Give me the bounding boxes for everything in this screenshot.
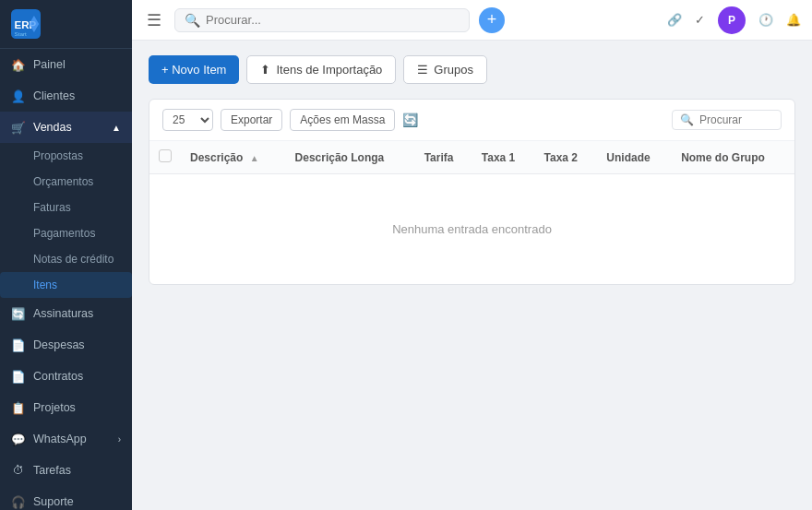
sidebar-subitem-notas-credito[interactable]: Notas de crédito [0, 246, 132, 272]
refresh-button[interactable]: 🔄 [402, 113, 418, 127]
clock-icon: ⏱ [11, 463, 26, 478]
sidebar-item-whatsapp[interactable]: 💬 WhatsApp › [0, 423, 132, 455]
empty-message: Nenhuma entrada encontrado [159, 185, 785, 273]
sidebar-label-painel: Painel [33, 58, 66, 71]
col-tarifa[interactable]: Tarifa [415, 141, 472, 174]
table-search-icon: 🔍 [680, 113, 694, 126]
col-descricao[interactable]: Descrição ▲ [181, 141, 286, 174]
sidebar-label-faturas: Faturas [33, 201, 71, 214]
col-unidade[interactable]: Unidade [597, 141, 672, 174]
col-tarifa-label: Tarifa [424, 151, 454, 164]
refresh-icon: 🔄 [11, 306, 26, 321]
sidebar-item-despesas[interactable]: 📄 Despesas [0, 329, 132, 361]
col-descricao-longa-label: Descrição Longa [295, 151, 385, 164]
table-search-box: 🔍 [672, 110, 782, 130]
hamburger-button[interactable]: ☰ [143, 6, 165, 34]
groups-icon: ☰ [417, 63, 428, 77]
projects-icon: 📋 [11, 400, 26, 415]
logo-icon: ERP Start [11, 9, 41, 39]
sidebar-item-clientes[interactable]: 👤 Clientes [0, 80, 132, 112]
sidebar-label-assinaturas: Assinaturas [33, 307, 93, 320]
whatsapp-icon: 💬 [11, 432, 26, 446]
chevron-down-icon: ▲ [112, 123, 121, 133]
topbar-right: 🔗 ✓ P 🕐 🔔 [667, 6, 801, 34]
sidebar-subitem-orcamentos[interactable]: Orçamentos [0, 169, 132, 195]
col-descricao-label: Descrição [190, 151, 243, 164]
search-input[interactable] [206, 13, 460, 27]
add-button[interactable]: + [479, 7, 505, 33]
sidebar-subitem-propostas[interactable]: Propostas [0, 143, 132, 169]
chevron-right-icon: › [118, 434, 121, 445]
topbar: ☰ 🔍 + 🔗 ✓ P 🕐 🔔 [132, 0, 812, 41]
sidebar-item-tarefas[interactable]: ⏱ Tarefas [0, 455, 132, 486]
home-icon: 🏠 [11, 57, 26, 72]
sidebar-item-projetos[interactable]: 📋 Projetos [0, 392, 132, 423]
sidebar-label-pagamentos: Pagamentos [33, 227, 95, 240]
check-icon[interactable]: ✓ [695, 13, 705, 27]
grupos-label: Grupos [434, 63, 473, 77]
sidebar-label-despesas: Despesas [33, 338, 85, 351]
sidebar-label-propostas: Propostas [33, 149, 83, 162]
sidebar-label-tarefas: Tarefas [33, 464, 71, 477]
col-unidade-label: Unidade [606, 151, 650, 164]
sidebar-subitem-pagamentos[interactable]: Pagamentos [0, 220, 132, 246]
clock-topbar-icon[interactable]: 🕐 [758, 13, 773, 27]
items-table: Descrição ▲ Descrição Longa Tarifa Taxa … [149, 141, 794, 284]
itens-importacao-label: Itens de Importação [276, 63, 382, 77]
headset-icon: 🎧 [11, 494, 26, 509]
col-taxa1[interactable]: Taxa 1 [472, 141, 535, 174]
sidebar-subitem-itens[interactable]: Itens [0, 272, 132, 298]
sidebar: ERP Start 🏠 Painel 👤 Clientes 🛒 Vendas ▲… [0, 0, 132, 510]
novo-item-button[interactable]: + Novo Item [149, 55, 239, 84]
sidebar-label-whatsapp: WhatsApp [33, 433, 87, 445]
col-descricao-longa[interactable]: Descrição Longa [286, 141, 415, 174]
sidebar-label-notas-credito: Notas de crédito [33, 253, 113, 266]
bulk-actions-button[interactable]: Ações em Massa [290, 109, 395, 131]
main-area: ☰ 🔍 + 🔗 ✓ P 🕐 🔔 + Novo Item ⬆ Itens de I… [132, 0, 812, 510]
sidebar-item-vendas[interactable]: 🛒 Vendas ▲ [0, 112, 132, 143]
table-toolbar: 25 10 50 100 Exportar Ações em Massa 🔄 🔍 [149, 100, 794, 141]
table-container: 25 10 50 100 Exportar Ações em Massa 🔄 🔍 [149, 99, 795, 285]
sort-descricao-icon: ▲ [250, 153, 259, 163]
grupos-button[interactable]: ☰ Grupos [403, 55, 487, 84]
logo-area: ERP Start [0, 0, 132, 49]
sidebar-label-suporte: Suporte [33, 495, 74, 508]
svg-text:Start: Start [15, 30, 27, 37]
col-taxa2[interactable]: Taxa 2 [535, 141, 598, 174]
sidebar-label-contratos: Contratos [33, 370, 83, 383]
sidebar-subitem-faturas[interactable]: Faturas [0, 195, 132, 220]
contract-icon: 📄 [11, 369, 26, 384]
export-button[interactable]: Exportar [221, 109, 282, 131]
per-page-select[interactable]: 25 10 50 100 [162, 109, 213, 131]
search-box: 🔍 [174, 8, 470, 32]
sidebar-item-painel[interactable]: 🏠 Painel [0, 49, 132, 80]
action-bar: + Novo Item ⬆ Itens de Importação ☰ Grup… [149, 55, 795, 84]
avatar: P [718, 6, 746, 34]
select-all-checkbox[interactable] [159, 149, 172, 162]
search-icon: 🔍 [185, 13, 200, 28]
sidebar-label-projetos: Projetos [33, 401, 76, 414]
user-icon: 👤 [11, 89, 26, 103]
share-icon[interactable]: 🔗 [667, 13, 682, 27]
sidebar-label-orcamentos: Orçamentos [33, 175, 93, 188]
col-taxa2-label: Taxa 2 [544, 151, 578, 164]
import-icon: ⬆ [260, 63, 270, 77]
cart-icon: 🛒 [11, 120, 26, 135]
file-icon: 📄 [11, 338, 26, 352]
content-area: + Novo Item ⬆ Itens de Importação ☰ Grup… [132, 41, 812, 510]
sidebar-label-clientes: Clientes [33, 89, 75, 102]
bell-icon[interactable]: 🔔 [786, 13, 801, 27]
empty-row: Nenhuma entrada encontrado [149, 174, 794, 285]
sidebar-item-suporte[interactable]: 🎧 Suporte [0, 486, 132, 510]
sidebar-item-assinaturas[interactable]: 🔄 Assinaturas [0, 298, 132, 329]
sidebar-item-contratos[interactable]: 📄 Contratos [0, 361, 132, 392]
col-checkbox [149, 141, 181, 174]
sidebar-label-vendas: Vendas [33, 121, 72, 134]
col-nome-grupo-label: Nome do Grupo [681, 151, 765, 164]
itens-importacao-button[interactable]: ⬆ Itens de Importação [246, 55, 396, 84]
table-search-input[interactable] [699, 113, 773, 126]
col-taxa1-label: Taxa 1 [482, 151, 515, 164]
col-nome-grupo[interactable]: Nome do Grupo [672, 141, 794, 174]
sidebar-label-itens: Itens [33, 279, 57, 291]
